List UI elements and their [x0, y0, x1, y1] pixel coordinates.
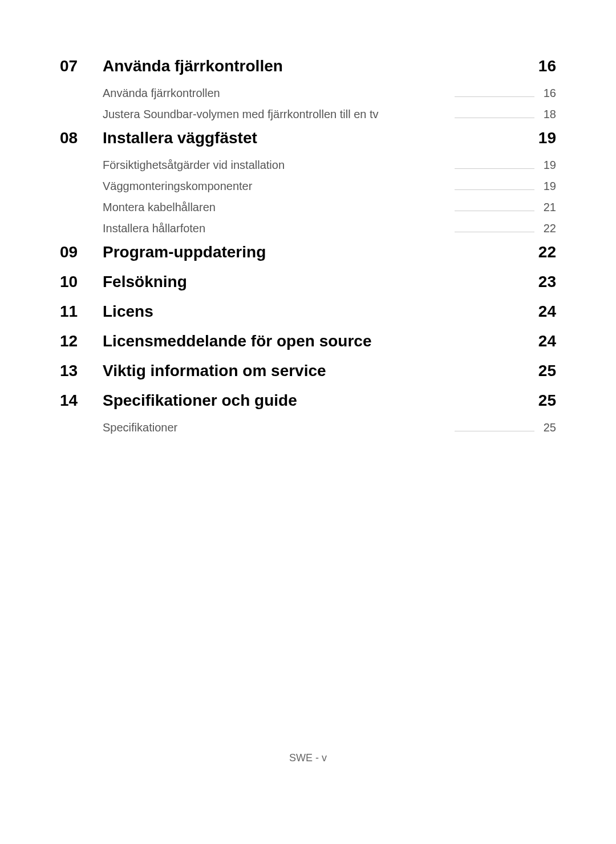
leader-line [455, 168, 534, 169]
toc-sub-item[interactable]: Montera kabelhållaren 21 [103, 201, 556, 214]
toc-sub-item[interactable]: Justera Soundbar-volymen med fjärrkontro… [103, 108, 556, 121]
section-title: Licens [103, 302, 527, 321]
toc-section: 08 Installera väggfästet 19 Försiktighet… [60, 129, 556, 235]
toc-section: 09 Program-uppdatering 22 [60, 243, 556, 261]
leader-line-wrap [264, 189, 534, 190]
leader-line [455, 118, 534, 118]
leader-line-wrap [189, 431, 534, 431]
page-footer: SWE - v [0, 752, 616, 764]
section-title: Specifikationer och guide [103, 391, 527, 410]
toc-sub-item[interactable]: Specifikationer 25 [103, 421, 556, 434]
sub-title: Montera kabelhållaren [103, 201, 216, 214]
section-page: 25 [527, 391, 556, 410]
leader-line [455, 431, 534, 431]
sub-page: 19 [539, 180, 556, 193]
sub-page: 19 [539, 159, 556, 172]
leader-line [455, 96, 534, 97]
section-page: 22 [527, 243, 556, 261]
toc-section: 10 Felsökning 23 [60, 273, 556, 291]
sub-page: 22 [539, 222, 556, 235]
toc-section: 13 Viktig information om service 25 [60, 362, 556, 380]
section-title: Installera väggfästet [103, 129, 527, 147]
section-title: Använda fjärrkontrollen [103, 57, 527, 75]
section-number: 09 [60, 243, 103, 261]
sub-title: Specifikationer [103, 421, 177, 434]
sub-title: Justera Soundbar-volymen med fjärrkontro… [103, 108, 379, 121]
toc-section-row[interactable]: 14 Specifikationer och guide 25 [60, 391, 556, 410]
section-page: 16 [527, 57, 556, 75]
section-number: 07 [60, 57, 103, 75]
section-number: 11 [60, 302, 103, 321]
toc-section-row[interactable]: 13 Viktig information om service 25 [60, 362, 556, 380]
toc-sub-item[interactable]: Installera hållarfoten 22 [103, 222, 556, 235]
leader-line [455, 232, 534, 232]
toc-section: 11 Licens 24 [60, 302, 556, 321]
toc-section-row[interactable]: 10 Felsökning 23 [60, 273, 556, 291]
section-number: 12 [60, 332, 103, 350]
section-page: 24 [527, 332, 556, 350]
sub-page: 16 [539, 87, 556, 100]
toc-section-row[interactable]: 11 Licens 24 [60, 302, 556, 321]
toc-section-row[interactable]: 08 Installera väggfästet 19 [60, 129, 556, 147]
leader-line [455, 211, 534, 211]
toc-section-row[interactable]: 12 Licensmeddelande för open source 24 [60, 332, 556, 350]
section-title: Licensmeddelande för open source [103, 332, 527, 350]
toc-container: 07 Använda fjärrkontrollen 16 Använda fj… [0, 0, 616, 434]
leader-line-wrap [390, 118, 534, 118]
toc-section: 14 Specifikationer och guide 25 Specifik… [60, 391, 556, 434]
toc-section-row[interactable]: 07 Använda fjärrkontrollen 16 [60, 57, 556, 75]
sub-page: 25 [539, 421, 556, 434]
section-title: Program-uppdatering [103, 243, 527, 261]
section-page: 24 [527, 302, 556, 321]
toc-section: 07 Använda fjärrkontrollen 16 Använda fj… [60, 57, 556, 121]
section-number: 08 [60, 129, 103, 147]
section-number: 14 [60, 391, 103, 410]
section-page: 23 [527, 273, 556, 291]
sub-title: Väggmonteringskomponenter [103, 180, 252, 193]
sub-page: 18 [539, 108, 556, 121]
toc-section-row[interactable]: 09 Program-uppdatering 22 [60, 243, 556, 261]
section-page: 19 [527, 129, 556, 147]
toc-sub-item[interactable]: Försiktighetsåtgärder vid installation 1… [103, 159, 556, 172]
leader-line [455, 189, 534, 190]
sub-page: 21 [539, 201, 556, 214]
toc-sub-item[interactable]: Använda fjärrkontrollen 16 [103, 87, 556, 100]
leader-line-wrap [232, 96, 534, 97]
sub-title: Installera hållarfoten [103, 222, 205, 235]
sub-title: Försiktighetsåtgärder vid installation [103, 159, 285, 172]
sub-title: Använda fjärrkontrollen [103, 87, 220, 100]
section-number: 10 [60, 273, 103, 291]
section-title: Felsökning [103, 273, 527, 291]
leader-line-wrap [296, 168, 534, 169]
footer-text: SWE - v [289, 752, 327, 764]
section-page: 25 [527, 362, 556, 380]
toc-section: 12 Licensmeddelande för open source 24 [60, 332, 556, 350]
section-number: 13 [60, 362, 103, 380]
leader-line-wrap [227, 211, 534, 211]
section-title: Viktig information om service [103, 362, 527, 380]
toc-sub-item[interactable]: Väggmonteringskomponenter 19 [103, 180, 556, 193]
leader-line-wrap [217, 232, 534, 232]
